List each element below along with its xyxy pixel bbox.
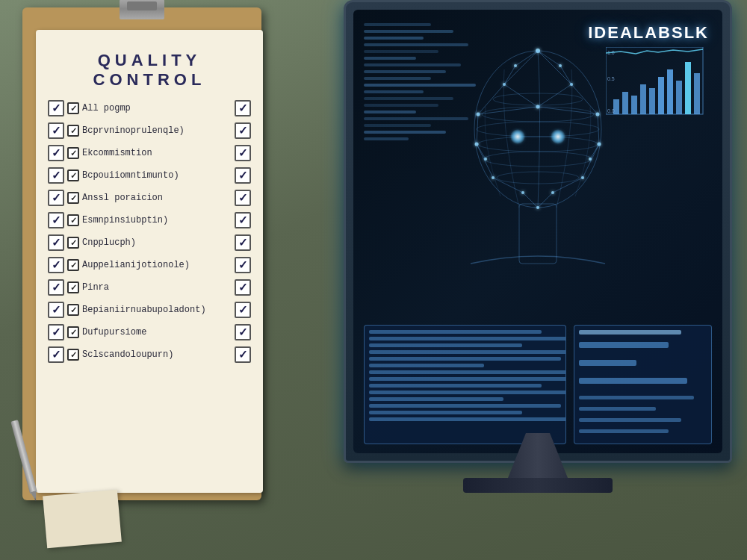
svg-rect-6: [658, 77, 664, 114]
checkbox-right[interactable]: [235, 324, 251, 340]
checkbox-right[interactable]: [235, 145, 251, 161]
svg-point-21: [497, 172, 579, 184]
checkbox-right[interactable]: [235, 302, 251, 318]
checkbox-small[interactable]: [67, 147, 79, 159]
checkbox-right[interactable]: [235, 346, 251, 363]
checklist-item: Dufupursiome: [48, 324, 251, 340]
checkbox-small[interactable]: [67, 259, 79, 271]
brand-label: IDEALABSLK: [588, 23, 709, 43]
checkbox-small[interactable]: [67, 237, 79, 249]
svg-line-42: [538, 51, 571, 84]
checklist-item-label: Bcprvninoprulenqle): [82, 125, 185, 136]
svg-point-14: [474, 51, 601, 208]
checkbox-right[interactable]: [235, 190, 251, 206]
floating-paper: [43, 490, 122, 548]
checkbox-large[interactable]: [48, 324, 64, 340]
svg-line-51: [515, 51, 538, 66]
checkbox-large[interactable]: [48, 122, 64, 139]
bottom-panel: [364, 325, 712, 444]
checklist-item: Esmnpinsiubptin): [48, 212, 251, 228]
checkbox-large[interactable]: [48, 212, 64, 228]
checklist-item: All pogmp: [48, 100, 251, 116]
checklist-item-label: Esmnpinsiubptin): [82, 215, 168, 225]
clipboard-clip: [120, 0, 164, 19]
checkbox-small[interactable]: [67, 125, 79, 137]
checklist-item: Bcprvninoprulenqle): [48, 122, 251, 139]
svg-point-17: [482, 107, 594, 122]
checklist-item: Auppelianijotionole): [48, 257, 251, 273]
checklist-item-label: All pogmp: [82, 103, 131, 113]
svg-point-22: [510, 129, 525, 144]
checkbox-right[interactable]: [235, 167, 251, 184]
svg-rect-5: [649, 88, 655, 114]
clipboard-title: QUALITY CONTROL: [48, 51, 251, 90]
svg-rect-7: [667, 69, 673, 114]
pen-area: [15, 403, 75, 493]
svg-point-18: [477, 122, 599, 137]
checklist-item: Pinra: [48, 279, 251, 296]
checklist-item-label: Bepianiirnuabupoladont): [82, 305, 206, 315]
checkbox-small[interactable]: [67, 281, 79, 293]
checkbox-large[interactable]: [48, 167, 64, 184]
checkbox-small[interactable]: [67, 102, 79, 114]
checklist-item-label: Cnpplucph): [82, 237, 136, 248]
checkbox-large[interactable]: [48, 346, 64, 363]
svg-line-41: [504, 51, 538, 84]
checkbox-large[interactable]: [48, 190, 64, 206]
checkbox-small[interactable]: [67, 326, 79, 338]
svg-point-19: [478, 137, 598, 152]
checklist-item-label: Anssl poraicion: [82, 193, 163, 203]
checklist-item: Sclscandoloupurn): [48, 346, 251, 363]
checkbox-right[interactable]: [235, 234, 251, 251]
checkbox-right[interactable]: [235, 100, 251, 116]
head-figure: [441, 32, 635, 286]
checkbox-right[interactable]: [235, 257, 251, 273]
checklist-item: Cnpplucph): [48, 234, 251, 251]
bottom-left-panel: [364, 325, 566, 444]
checkbox-small[interactable]: [67, 349, 79, 361]
checkbox-large[interactable]: [48, 279, 64, 296]
checkbox-large[interactable]: [48, 100, 64, 116]
checklist-item-label: Pinra: [82, 282, 109, 293]
checkbox-large[interactable]: [48, 234, 64, 251]
clipboard-container: QUALITY CONTROL All pogmp Bcprvninoprule…: [15, 7, 269, 515]
svg-line-52: [538, 51, 560, 66]
checkbox-small[interactable]: [67, 304, 79, 316]
checkbox-small[interactable]: [67, 169, 79, 181]
checklist-item-label: Bcpouiiomntimunto): [82, 170, 179, 181]
svg-line-61: [523, 193, 538, 208]
svg-point-23: [551, 129, 565, 144]
monitor-frame: IDEALABSLK: [344, 0, 732, 463]
checkbox-right[interactable]: [235, 212, 251, 228]
svg-line-62: [538, 193, 553, 208]
monitor-screen: IDEALABSLK: [353, 10, 722, 453]
svg-line-49: [493, 178, 523, 193]
checklist-item-label: Ekcommismtion: [82, 148, 152, 158]
svg-rect-9: [685, 62, 691, 114]
svg-line-56: [538, 84, 571, 107]
svg-rect-8: [676, 81, 682, 114]
checkbox-large[interactable]: [48, 302, 64, 318]
checklist-item-label: Auppelianijotionole): [82, 260, 190, 270]
checkbox-right[interactable]: [235, 279, 251, 296]
checklist-item: Ekcommismtion: [48, 145, 251, 161]
checkbox-small[interactable]: [67, 214, 79, 226]
svg-rect-10: [694, 73, 700, 114]
pen-icon: [10, 420, 37, 494]
checkbox-right[interactable]: [235, 122, 251, 139]
checklist-item: Anssl poraicion: [48, 190, 251, 206]
svg-point-20: [484, 152, 592, 167]
monitor-container: IDEALABSLK: [344, 0, 732, 523]
svg-point-16: [493, 93, 583, 105]
svg-line-44: [571, 84, 598, 114]
bottom-right-panel: [574, 325, 712, 444]
checkbox-small[interactable]: [67, 192, 79, 204]
checklist-item: Bcpouiiomntimunto): [48, 167, 251, 184]
checklist: All pogmp Bcprvninoprulenqle) Ekcommismt…: [48, 100, 251, 363]
svg-rect-15: [519, 204, 557, 264]
svg-line-50: [553, 178, 583, 193]
checkbox-large[interactable]: [48, 257, 64, 273]
checkbox-large[interactable]: [48, 145, 64, 161]
svg-rect-4: [640, 84, 646, 114]
svg-line-43: [478, 84, 504, 114]
